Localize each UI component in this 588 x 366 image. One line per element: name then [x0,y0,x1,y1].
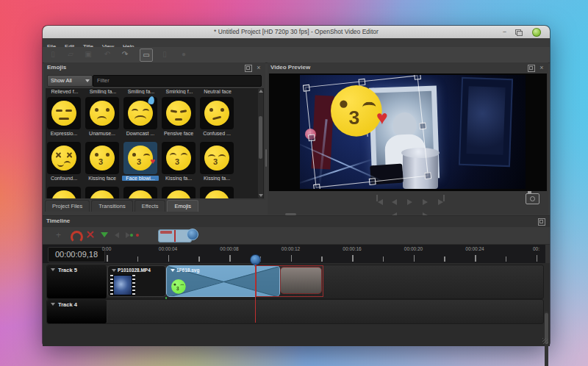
title-editor-icon[interactable]: ▭ [140,49,153,62]
jump-end-icon[interactable] [438,195,448,201]
emoji-item[interactable] [47,187,81,198]
track-header-5[interactable]: Track 5 [47,265,107,298]
ruler-label: 00:00:24 [465,246,484,251]
open-project-icon[interactable]: ▱ [65,49,76,60]
transform-handle[interactable] [308,134,315,141]
snap-icon[interactable] [71,231,83,243]
transform-handle[interactable] [313,184,320,189]
emoji-item-confused[interactable] [200,97,234,129]
emoji-label: Face blowi... [122,176,159,181]
clip-video[interactable]: P1010328.MP4 [107,265,166,297]
emoji-item[interactable] [123,187,157,198]
new-project-icon[interactable]: ▯ [47,49,59,60]
razor-icon[interactable] [85,230,96,240]
scrollbar-thumb[interactable] [259,116,262,159]
emoji-item-unamuse[interactable] [85,97,119,129]
track-lane-5[interactable]: Track 5 P1010328.MP4 [46,265,544,299]
rewind-icon[interactable] [392,195,401,201]
timeline-toolbar [43,227,550,245]
transform-handle[interactable] [369,178,376,185]
zoom-slider-handle[interactable] [187,229,198,240]
unamused-emoji-icon [90,101,115,126]
float-icon[interactable] [528,65,535,72]
emoji-overlay[interactable]: 3 ♥ [331,85,382,137]
camera-icon[interactable] [526,193,539,204]
scroll-down-icon[interactable] [259,194,263,197]
close-icon[interactable]: × [539,65,545,71]
timeline-title: Timeline [46,218,70,224]
emoji-item-kissing-fa[interactable]: 3 [162,142,196,174]
tab-emojis[interactable]: Emojis [167,200,198,212]
resize-grip[interactable] [542,338,548,344]
transform-handle[interactable] [303,85,310,92]
timeline-ruler[interactable]: 00:00:09,18 0:0000:00:0400:00:0800:00:12… [43,245,545,264]
emoji-category-dropdown[interactable]: Show All [47,75,93,87]
window-title: * Untitled Project [HD 720p 30 fps] - Op… [43,28,550,35]
close-icon[interactable]: × [256,65,262,71]
jump-start-icon[interactable] [376,195,386,201]
ruler-label: 00:00:12 [282,246,300,251]
track-header-4[interactable]: Track 4 [47,300,107,323]
emoji-item-confound[interactable] [47,142,81,174]
minimize-button[interactable]: − [501,28,509,36]
ruler-tick [414,255,415,262]
prev-marker-icon[interactable] [115,232,119,238]
emoji-item[interactable] [85,187,119,198]
emoji-item-downcast[interactable] [123,97,157,129]
save-project-icon[interactable]: ▣ [82,49,94,60]
import-files-icon[interactable]: ▯ [159,49,171,60]
clip-selection-outline [256,265,323,297]
emoji-item-expressio[interactable] [47,97,81,129]
add-track-icon[interactable] [54,230,64,240]
ruler-tick [537,255,538,262]
fast-forward-icon[interactable] [423,195,432,201]
ruler-label: 0:00 [102,246,112,251]
ruler-label: 00: [533,246,539,251]
chevron-down-icon[interactable] [51,303,55,306]
emoji-item-pensive-face[interactable] [162,97,196,129]
export-video-icon[interactable]: ● [178,49,190,60]
emoji-label: Neutral face [200,89,235,94]
emoji-label: Unamuse... [84,131,121,136]
ruler-tick [291,255,293,262]
emoji-item-kissing-fa[interactable]: 3 [200,142,234,174]
titlebar[interactable]: * Untitled Project [HD 720p 30 fps] - Op… [43,26,550,39]
main-toolbar: ▯▱▣↶↷▭▯● [43,47,550,63]
tab-project-files[interactable]: Project Files [45,200,90,212]
float-icon[interactable] [245,65,252,72]
transform-handle[interactable] [419,123,426,130]
play-icon[interactable] [407,195,417,201]
chevron-down-icon[interactable] [51,268,55,271]
emoji-item-face-blowi[interactable]: 3♥ [123,142,157,174]
video-preview-area: 3 ♥ [269,73,547,191]
transform-handle[interactable] [424,172,431,179]
tab-transitions[interactable]: Transitions [91,200,132,212]
emoji-item[interactable] [162,187,196,198]
emoji-item[interactable] [200,187,234,198]
maximize-button[interactable] [514,28,522,36]
ruler-tick [352,255,354,262]
confused-emoji-icon [204,101,229,126]
redo-icon[interactable]: ↷ [119,49,131,60]
emoji-filter-input[interactable]: Filter [93,75,262,87]
chevron-down-icon [85,79,90,82]
close-button[interactable] [532,28,541,37]
video-frame[interactable]: 3 ♥ [300,75,526,189]
panel-splitter-handle[interactable] [265,149,267,167]
tab-effects[interactable]: Effects [135,200,166,212]
track-lane-4[interactable]: Track 4 [46,299,544,324]
dock-icon[interactable] [538,218,545,226]
emoji-item-kissing-face[interactable]: 3 [85,142,119,174]
emoji-filter-row: Show All Filter [44,74,265,87]
ruler-tick [198,256,200,262]
scroll-up-icon[interactable] [259,90,263,93]
emoji-label: Relieved f... [47,89,82,94]
emoji-grid: Relieved f...Smiling fa...Smiling fa...S… [46,88,264,198]
emojis-panel-header: Emojis × [44,62,265,73]
transform-handle[interactable] [414,75,421,80]
emoji-label: Kissing face [84,176,121,181]
emoji-scrollbar[interactable] [258,88,263,198]
undo-icon[interactable]: ↶ [101,49,113,60]
add-marker-icon[interactable] [101,232,108,237]
ruler-label: 00:00:08 [220,246,238,251]
